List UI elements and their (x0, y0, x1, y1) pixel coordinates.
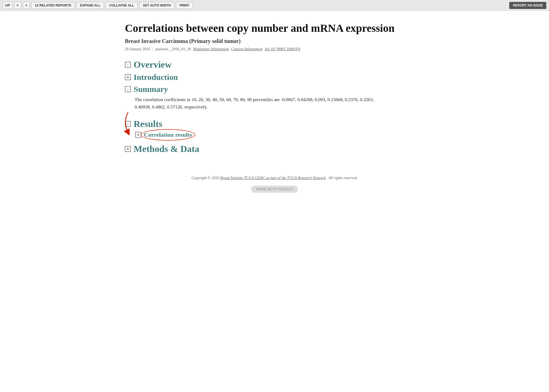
citation-info-link[interactable]: Citation Information (231, 47, 263, 51)
summary-title: Summary (134, 85, 168, 94)
summary-content: The correlation coefficients in 10, 20, … (125, 96, 424, 111)
results-title: Results (134, 119, 162, 129)
copyright-text: Copyright © 2016 Broad Institute TCGA GD… (130, 176, 419, 180)
overview-section: - Overview (125, 60, 424, 70)
correlation-results-circled: Correlation results (144, 131, 192, 138)
overview-section-header[interactable]: - Overview (125, 60, 424, 70)
results-toggle[interactable]: - (125, 121, 131, 127)
methods-data-section-header[interactable]: + Methods & Data (125, 144, 424, 154)
correlation-results-header[interactable]: + Correlation results (135, 131, 424, 138)
correlation-results-title: Correlation results (144, 131, 192, 138)
report-date: 28 January 2016 (125, 47, 150, 51)
toolbar: UP < > 12 RELATED REPORTS EXPAND ALL COL… (0, 0, 549, 11)
set-auto-width-button[interactable]: SET AUTO WIDTH (139, 2, 174, 9)
expand-all-button[interactable]: EXPAND ALL (76, 2, 104, 9)
related-reports-button[interactable]: 12 RELATED REPORTS (31, 2, 75, 9)
methods-data-section: + Methods & Data (125, 144, 424, 154)
introduction-toggle[interactable]: + (125, 74, 131, 80)
collapse-all-button[interactable]: COLLAPSE ALL (106, 2, 138, 9)
summary-section-header[interactable]: - Summary (125, 85, 424, 94)
copyright-suffix: . All rights reserved. (326, 176, 357, 180)
overview-toggle[interactable]: - (125, 62, 131, 68)
copyright-link[interactable]: Broad Institute TCGA GDAC as part of the… (220, 176, 326, 180)
meta-separator: | (152, 47, 153, 51)
maintainer-info-link[interactable]: Maintainer Information (193, 47, 229, 51)
results-subsections: + Correlation results (125, 131, 424, 138)
copyright-prefix: Copyright © 2016 (192, 176, 219, 180)
correlation-results-toggle[interactable]: + (135, 132, 141, 138)
overview-title: Overview (134, 60, 172, 70)
methods-data-title: Methods & Data (134, 144, 199, 154)
prev-button[interactable]: < (14, 2, 21, 9)
summary-text: The correlation coefficients in 10, 20, … (135, 96, 380, 111)
doi-link[interactable]: doi:10.7908/C10001F9 (265, 47, 300, 51)
analyses-id: analyses__2016_01_28 (155, 47, 191, 51)
summary-toggle[interactable]: - (125, 86, 131, 92)
report-meta: 28 January 2016 | analyses__2016_01_28 M… (125, 47, 424, 51)
introduction-title: Introduction (134, 73, 178, 82)
results-section: - Results + Correlation results (125, 119, 424, 138)
main-content: Correlations between copy number and mRN… (111, 11, 438, 209)
footer: Copyright © 2016 Broad Institute TCGA GD… (125, 170, 424, 198)
next-button[interactable]: > (23, 2, 30, 9)
up-button[interactable]: UP (3, 2, 13, 9)
summary-section: - Summary The correlation coefficients i… (125, 85, 424, 111)
made-with-badge: MADE WITH NOZZLE (251, 186, 298, 193)
introduction-section: + Introduction (125, 73, 424, 82)
report-issue-button[interactable]: REPORT AN ISSUE (509, 2, 546, 9)
report-title: Correlations between copy number and mRN… (125, 22, 424, 35)
methods-data-toggle[interactable]: + (125, 146, 131, 152)
print-button[interactable]: PRINT (176, 2, 193, 9)
introduction-section-header[interactable]: + Introduction (125, 73, 424, 82)
results-section-header[interactable]: - Results (125, 119, 424, 129)
report-subtitle: Breast Invasive Carcinoma (Primary solid… (125, 38, 424, 44)
